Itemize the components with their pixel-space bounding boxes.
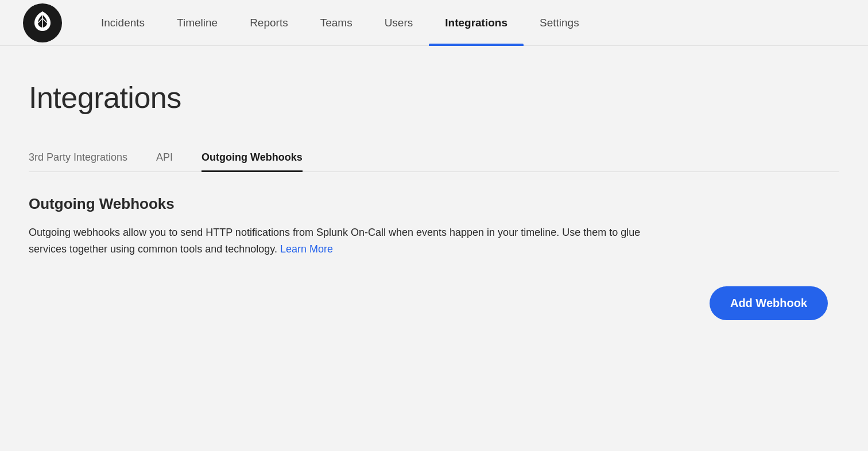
section-description: Outgoing webhooks allow you to send HTTP… — [29, 224, 660, 258]
navbar: Incidents Timeline Reports Teams Users I… — [0, 0, 868, 46]
learn-more-link[interactable]: Learn More — [280, 243, 333, 255]
nav-item-timeline[interactable]: Timeline — [161, 0, 234, 45]
sub-tabs: 3rd Party Integrations API Outgoing Webh… — [29, 143, 839, 172]
tab-outgoing-webhooks[interactable]: Outgoing Webhooks — [202, 143, 303, 172]
nav-item-settings[interactable]: Settings — [524, 0, 595, 45]
add-webhook-button[interactable]: Add Webhook — [710, 286, 828, 320]
tab-third-party[interactable]: 3rd Party Integrations — [29, 143, 127, 172]
nav-item-integrations[interactable]: Integrations — [429, 0, 524, 45]
nav-links: Incidents Timeline Reports Teams Users I… — [85, 0, 595, 45]
main-content: Integrations 3rd Party Integrations API … — [0, 46, 868, 343]
brand-icon — [32, 10, 53, 35]
section-content: Outgoing Webhooks Outgoing webhooks allo… — [29, 195, 839, 258]
button-row: Add Webhook — [29, 286, 839, 320]
page-title: Integrations — [29, 80, 839, 115]
nav-item-users[interactable]: Users — [369, 0, 429, 45]
description-text: Outgoing webhooks allow you to send HTTP… — [29, 227, 640, 255]
tab-api[interactable]: API — [156, 143, 173, 172]
nav-item-teams[interactable]: Teams — [304, 0, 369, 45]
nav-item-reports[interactable]: Reports — [234, 0, 304, 45]
nav-item-incidents[interactable]: Incidents — [85, 0, 161, 45]
section-title: Outgoing Webhooks — [29, 195, 839, 213]
logo[interactable] — [23, 3, 62, 42]
